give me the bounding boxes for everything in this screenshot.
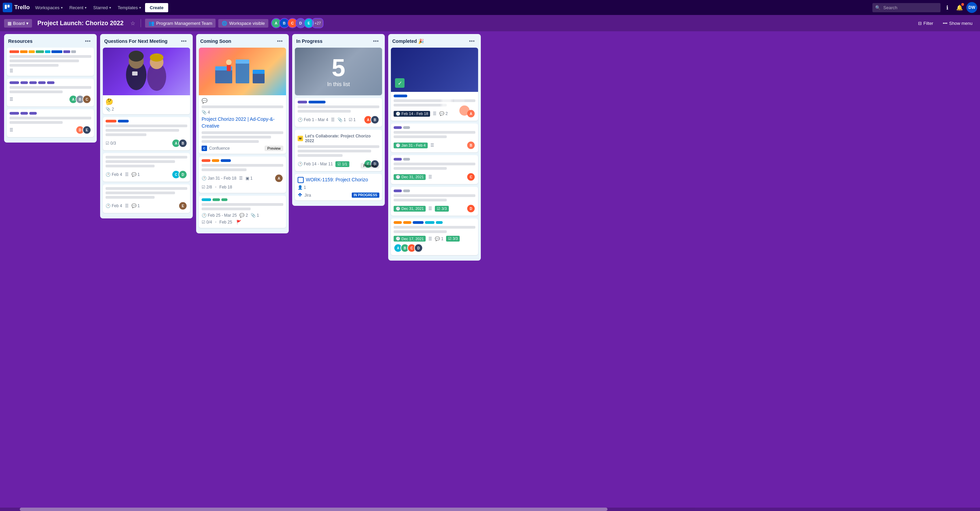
miro-integration: M Let's Collaborate: Project Chorizo 202…: [298, 134, 379, 143]
card-meta: 📎 2: [105, 107, 114, 111]
recent-menu[interactable]: Recent ▾: [67, 4, 89, 11]
desc-line: [298, 110, 351, 113]
workspaces-menu[interactable]: Workspaces ▾: [32, 4, 65, 11]
scrollbar-thumb[interactable]: [20, 508, 608, 511]
card[interactable]: 🕐 Feb 4 ☰ 💬 1 E: [103, 184, 190, 213]
label: [202, 159, 210, 162]
card[interactable]: 🕐 Jan 31 - Feb 18 ☰ ▣ 1 A: [199, 157, 286, 193]
card-meta-row: 📎 4: [202, 110, 283, 115]
card[interactable]: 🕐 Dec 31, 2021 ☰ C: [391, 155, 478, 184]
card-5-in-list[interactable]: 5 In this list: [295, 48, 382, 95]
column-resources: Resources •••: [4, 34, 97, 143]
label: [38, 81, 46, 84]
workspace-visibility-button[interactable]: 🌐 Workspace visible: [218, 19, 268, 27]
card[interactable]: 🤔 📎 2: [103, 48, 190, 114]
search-input[interactable]: [872, 3, 940, 12]
date-badge: 🕐 Feb 14 - Feb 18: [394, 111, 430, 117]
filter-button[interactable]: ⊟ Filter: [915, 19, 937, 27]
card[interactable]: ☰: [7, 48, 94, 76]
card[interactable]: ☰ A B C: [7, 79, 94, 106]
card-footer: 🕐 Dec 31, 2021 ☰ C: [394, 173, 476, 181]
hamburger-icon: ☰: [10, 68, 13, 73]
templates-menu[interactable]: Templates ▾: [115, 4, 144, 11]
card[interactable]: 🕐 Jan 31 - Feb 4 ☰ B: [391, 124, 478, 152]
preview-button[interactable]: Preview: [361, 163, 379, 168]
column-cards: 5 In this list 🕐 Feb 1 - Mar 4: [292, 48, 385, 206]
card-avatars: B: [466, 141, 476, 150]
separator: •: [215, 184, 217, 190]
card-emoji: 🤔: [105, 98, 187, 105]
column-menu-button[interactable]: •••: [179, 37, 189, 45]
clock-icon: 🕐: [396, 175, 401, 179]
show-menu-button[interactable]: ••• Show menu: [939, 19, 976, 27]
card-checklist-row: ☑ 0/4 • Feb 25 🚩: [202, 219, 283, 225]
card-meta: 🕐 Jan 31 - Feb 4 ☰: [394, 143, 434, 148]
nav-logo[interactable]: Trello: [3, 3, 30, 12]
info-icon: ℹ: [946, 5, 948, 11]
card[interactable]: ☑ 0/3 A B: [103, 117, 190, 151]
card-avatars: D E: [76, 125, 91, 134]
confluence-icon: C: [202, 146, 207, 151]
card-footer: 🕐 Dec 17, 2021 ☰ 💬 1 ☑ 3/3: [394, 236, 476, 241]
svg-rect-8: [132, 71, 138, 76]
clock-icon: 🕐: [105, 172, 111, 177]
label-bar: [63, 50, 70, 53]
card[interactable]: 🕐 Feb 25 - Mar 25 💬 2 📎 1: [199, 196, 286, 228]
card-avatar: E: [178, 202, 187, 210]
search-wrap: 🔍: [872, 3, 940, 12]
card[interactable]: ✓: [391, 48, 478, 121]
info-button[interactable]: ℹ: [942, 2, 953, 13]
board-view-button[interactable]: ▦ Board ▾: [4, 19, 32, 27]
starred-menu[interactable]: Starred ▾: [91, 4, 114, 11]
card-cover: ✓: [391, 48, 478, 92]
column-menu-button[interactable]: •••: [83, 37, 92, 45]
create-button[interactable]: Create: [145, 3, 168, 12]
date-badge: 🕐 Dec 31, 2021: [394, 206, 426, 212]
card-avatars: E: [178, 202, 187, 210]
filter-icon: ⊟: [918, 21, 922, 26]
card-footer: 🕐 Jan 31 - Feb 4 ☰ B: [394, 141, 476, 150]
card[interactable]: ☰ D E: [7, 109, 94, 137]
card-link[interactable]: Project Chorizo 2022 | Ad-Copy-&-Creativ…: [202, 116, 275, 129]
card[interactable]: 🕐 Feb 4 ☰ 💬 1 C D: [103, 153, 190, 182]
desc-line: [10, 60, 79, 62]
star-button[interactable]: ☆: [129, 19, 137, 28]
column-header: Completed 🎉 •••: [388, 34, 481, 48]
person-icon: 👤: [298, 185, 303, 190]
notifications-button[interactable]: 🔔: [954, 2, 965, 13]
board-title[interactable]: Project Launch: Chorizo 2022: [35, 18, 126, 28]
chevron-down-icon: ▾: [61, 6, 63, 10]
card-miro[interactable]: M Let's Collaborate: Project Chorizo 202…: [295, 130, 382, 171]
jira-checkbox: [298, 177, 304, 183]
team-button[interactable]: 👥 Program Management Team: [145, 19, 216, 27]
label: [394, 126, 402, 129]
card-title: WORK-1159: Project Chorizo: [306, 176, 368, 183]
clock-icon: 🕐: [202, 176, 207, 181]
desc-line: [105, 129, 179, 132]
count-number: 5: [332, 56, 345, 80]
jira-integration: Jira IN PROGRESS: [298, 192, 379, 198]
due-date: Feb 25: [219, 220, 232, 225]
card-meta: 🕐 Feb 4 ☰ 💬 1: [105, 203, 140, 208]
card[interactable]: 🕐 Feb 1 - Mar 4 ☰ 📎 1 ☑ 1: [295, 98, 382, 127]
label: [47, 81, 54, 84]
plus-members-button[interactable]: +27: [312, 18, 324, 28]
card[interactable]: 🕐 Dec 17, 2021 ☰ 💬 1 ☑ 3/3 A B C: [391, 218, 478, 255]
date: 🕐 Feb 1 - Mar 4: [298, 117, 328, 122]
column-menu-button[interactable]: •••: [467, 37, 477, 45]
svg-rect-9: [215, 70, 232, 83]
column-menu-button[interactable]: •••: [275, 37, 285, 45]
checklist-badge: ☑ 3/3: [435, 206, 449, 212]
separator: [141, 19, 141, 27]
column-menu-button[interactable]: •••: [371, 37, 381, 45]
card-avatar: D: [414, 244, 423, 252]
card[interactable]: 💬 📎 4 Project Chorizo 2022 | Ad-Copy-&-C…: [199, 48, 286, 154]
scrollbar-track[interactable]: [0, 508, 980, 511]
preview-button[interactable]: Preview: [264, 146, 283, 151]
card-footer: 🕐 Feb 25 - Mar 25 💬 2 📎 1: [202, 213, 283, 218]
card[interactable]: 🕐 Dec 31, 2021 ☰ ☑ 3/3 D: [391, 187, 478, 216]
dots-icon: •••: [943, 21, 948, 26]
jira-status-badge: IN PROGRESS: [352, 192, 379, 198]
card-jira[interactable]: WORK-1159: Project Chorizo 👤 1: [295, 174, 382, 200]
user-avatar[interactable]: DW: [966, 2, 977, 13]
